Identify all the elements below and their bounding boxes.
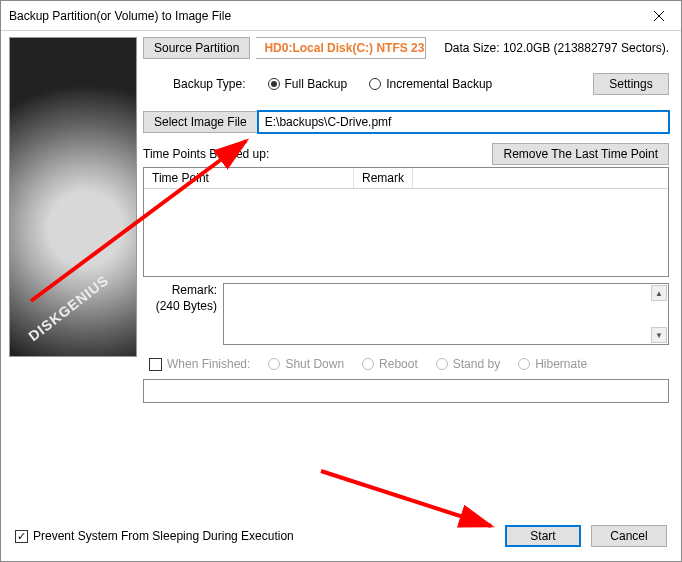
checkbox-icon — [15, 530, 28, 543]
checkbox-icon — [149, 358, 162, 371]
col-time-point[interactable]: Time Point — [144, 168, 354, 188]
radio-icon — [268, 358, 280, 370]
source-partition-value: HD0:Local Disk(C:) NTFS 237. — [256, 37, 426, 59]
data-size-label: Data Size: 102.0GB (213882797 Sectors). — [444, 41, 669, 55]
scroll-up-icon[interactable]: ▲ — [651, 285, 667, 301]
disk-illustration — [9, 37, 137, 357]
radio-icon — [436, 358, 448, 370]
settings-button[interactable]: Settings — [593, 73, 669, 95]
col-remark[interactable]: Remark — [354, 168, 413, 188]
source-partition-button[interactable]: Source Partition — [143, 37, 250, 59]
remark-textarea[interactable]: ▲ ▼ — [223, 283, 669, 345]
when-finished-checkbox[interactable]: When Finished: — [149, 357, 250, 371]
radio-icon — [362, 358, 374, 370]
titlebar: Backup Partition(or Volume) to Image Fil… — [1, 1, 681, 31]
window-title: Backup Partition(or Volume) to Image Fil… — [9, 9, 231, 23]
start-button[interactable]: Start — [505, 525, 581, 547]
backup-type-label: Backup Type: — [173, 77, 246, 91]
remark-label: Remark:(240 Bytes) — [143, 283, 217, 345]
full-backup-radio[interactable]: Full Backup — [268, 77, 348, 91]
cancel-button[interactable]: Cancel — [591, 525, 667, 547]
radio-icon — [369, 78, 381, 90]
image-file-path-input[interactable] — [258, 111, 669, 133]
shutdown-radio: Shut Down — [268, 357, 344, 371]
radio-icon — [518, 358, 530, 370]
incremental-backup-radio[interactable]: Incremental Backup — [369, 77, 492, 91]
prevent-sleep-checkbox[interactable]: Prevent System From Sleeping During Exec… — [15, 529, 294, 543]
select-image-file-button[interactable]: Select Image File — [143, 111, 258, 133]
time-points-table[interactable]: Time Point Remark — [143, 167, 669, 277]
radio-icon — [268, 78, 280, 90]
table-header: Time Point Remark — [144, 168, 668, 189]
backup-dialog: Backup Partition(or Volume) to Image Fil… — [0, 0, 682, 562]
remove-last-time-point-button[interactable]: Remove The Last Time Point — [492, 143, 669, 165]
time-points-label: Time Points Backed up: — [143, 147, 492, 161]
progress-bar — [143, 379, 669, 403]
standby-radio: Stand by — [436, 357, 500, 371]
scroll-down-icon[interactable]: ▼ — [651, 327, 667, 343]
reboot-radio: Reboot — [362, 357, 418, 371]
hibernate-radio: Hibernate — [518, 357, 587, 371]
close-icon[interactable] — [636, 1, 681, 31]
